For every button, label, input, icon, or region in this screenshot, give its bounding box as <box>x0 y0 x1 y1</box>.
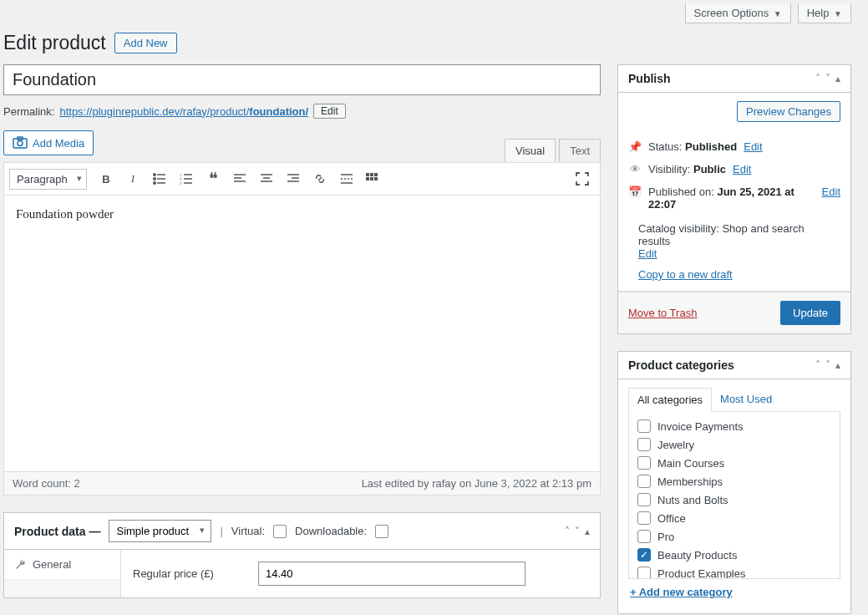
read-more-button[interactable] <box>334 166 359 191</box>
edit-visibility-link[interactable]: Edit <box>733 163 751 175</box>
wrench-icon <box>14 559 26 571</box>
chevron-down-icon[interactable]: ˅ <box>575 526 580 537</box>
product-title-input[interactable] <box>3 64 601 95</box>
category-item[interactable]: Nuts and Bolts <box>629 490 840 509</box>
category-label: Memberships <box>657 475 723 488</box>
move-to-trash-link[interactable]: Move to Trash <box>628 307 697 319</box>
regular-price-label: Regular price (£) <box>133 567 250 580</box>
bold-button[interactable]: B <box>94 166 119 191</box>
product-data-title: Product data — <box>14 525 100 538</box>
screen-options-tab[interactable]: Screen Options ▼ <box>685 3 791 23</box>
downloadable-checkbox[interactable] <box>375 525 388 538</box>
calendar-icon: 📅 <box>628 186 642 198</box>
category-item[interactable]: Office <box>629 509 840 527</box>
permalink-edit-button[interactable]: Edit <box>313 104 346 119</box>
category-item[interactable]: Jewelry <box>629 435 840 454</box>
category-checkbox[interactable] <box>637 493 651 506</box>
svg-rect-30 <box>366 177 369 180</box>
add-media-label: Add Media <box>33 137 84 150</box>
svg-rect-27 <box>366 173 369 176</box>
italic-button[interactable]: I <box>120 166 145 191</box>
category-checkbox[interactable] <box>637 438 651 451</box>
tab-most-used[interactable]: Most Used <box>712 388 780 411</box>
svg-rect-32 <box>374 177 378 180</box>
svg-rect-28 <box>370 173 373 176</box>
help-tab[interactable]: Help ▼ <box>798 3 851 23</box>
category-checkbox[interactable] <box>637 567 651 579</box>
category-checkbox[interactable] <box>637 511 651 525</box>
category-checkbox[interactable] <box>637 456 651 470</box>
tab-text[interactable]: Text <box>559 139 601 162</box>
edit-date-link[interactable]: Edit <box>822 186 840 198</box>
tab-general[interactable]: General <box>4 550 120 580</box>
chevron-down-icon[interactable]: ˅ <box>825 359 830 371</box>
add-media-button[interactable]: Add Media <box>3 130 94 155</box>
quote-button[interactable]: ❝ <box>201 166 226 191</box>
help-label: Help <box>807 7 830 19</box>
category-item[interactable]: Beauty Products <box>629 546 840 564</box>
category-checkbox[interactable] <box>637 548 651 562</box>
chevron-down-icon: ▼ <box>834 9 842 18</box>
svg-point-5 <box>154 178 155 180</box>
category-item[interactable]: Memberships <box>629 472 840 490</box>
chevron-up-icon[interactable]: ˄ <box>565 526 570 537</box>
align-center-button[interactable] <box>254 166 279 191</box>
edit-status-link[interactable]: Edit <box>744 140 762 153</box>
chevron-up-icon[interactable]: ˄ <box>815 359 820 371</box>
chevron-down-icon: ▼ <box>774 9 782 18</box>
ordered-list-button[interactable]: 123 <box>174 166 199 191</box>
category-label: Product Examples <box>657 567 746 580</box>
last-edited: Last edited by rafay on June 3, 2022 at … <box>362 477 591 490</box>
category-item[interactable]: Main Courses <box>629 454 840 472</box>
tab-all-categories[interactable]: All categories <box>628 388 712 412</box>
add-new-category-link[interactable]: + Add new category <box>630 586 733 598</box>
category-item[interactable]: Pro <box>629 527 840 546</box>
word-count: Word count: 2 <box>13 477 80 490</box>
downloadable-label: Downloadable: <box>295 525 367 537</box>
category-label: Pro <box>657 531 674 543</box>
category-label: Invoice Payments <box>657 420 744 433</box>
align-left-button[interactable] <box>227 166 252 191</box>
publish-title: Publish <box>628 72 671 85</box>
toolbar-toggle-button[interactable] <box>361 166 386 191</box>
category-label: Main Courses <box>657 457 724 470</box>
category-item[interactable]: Invoice Payments <box>629 417 840 435</box>
category-checkbox[interactable] <box>637 419 651 433</box>
update-button[interactable]: Update <box>780 301 840 325</box>
category-checkbox[interactable] <box>637 475 651 488</box>
svg-point-3 <box>154 174 155 175</box>
category-list: Invoice PaymentsJewelryMain CoursesMembe… <box>628 412 840 579</box>
svg-point-7 <box>154 182 155 184</box>
category-label: Beauty Products <box>657 549 737 562</box>
bullet-list-button[interactable] <box>147 166 172 191</box>
fullscreen-button[interactable] <box>570 166 595 191</box>
virtual-label: Virtual: <box>231 525 265 537</box>
triangle-up-icon[interactable]: ▴ <box>835 359 840 371</box>
preview-changes-button[interactable]: Preview Changes <box>737 101 840 122</box>
align-right-button[interactable] <box>281 166 306 191</box>
svg-rect-31 <box>370 177 373 180</box>
category-item[interactable]: Product Examples <box>629 564 840 579</box>
category-checkbox[interactable] <box>637 530 651 543</box>
permalink-link[interactable]: https://pluginrepublic.dev/rafay/product… <box>59 105 308 118</box>
add-new-button[interactable]: Add New <box>114 33 177 53</box>
svg-rect-29 <box>374 173 378 176</box>
chevron-up-icon[interactable]: ˄ <box>815 73 820 84</box>
format-select[interactable]: Paragraph <box>9 169 87 190</box>
product-type-select[interactable]: Simple product <box>109 520 211 542</box>
permalink-label: Permalink: <box>3 105 54 118</box>
categories-title: Product categories <box>628 358 734 372</box>
svg-text:3: 3 <box>180 181 182 185</box>
triangle-up-icon[interactable]: ▴ <box>585 526 590 537</box>
regular-price-input[interactable] <box>258 562 525 586</box>
triangle-up-icon[interactable]: ▴ <box>835 73 840 84</box>
screen-options-label: Screen Options <box>694 7 769 19</box>
virtual-checkbox[interactable] <box>273 525 287 538</box>
editor-content[interactable]: Foundation powder <box>4 196 600 471</box>
copy-draft-link[interactable]: Copy to a new draft <box>638 268 733 281</box>
edit-catalog-link[interactable]: Edit <box>638 247 657 260</box>
link-button[interactable] <box>307 166 332 191</box>
chevron-down-icon[interactable]: ˅ <box>825 73 830 84</box>
category-label: Nuts and Bolts <box>657 494 728 506</box>
tab-visual[interactable]: Visual <box>505 139 556 162</box>
